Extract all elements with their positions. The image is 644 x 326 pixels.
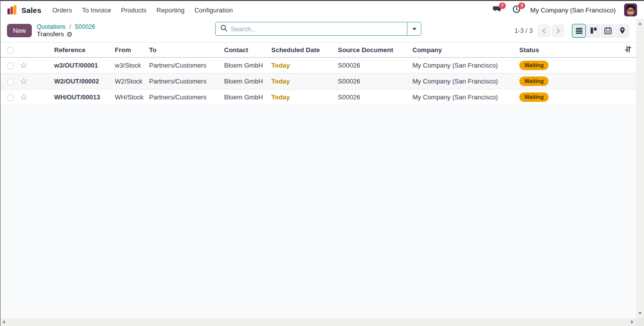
row-checkbox[interactable] <box>7 79 14 85</box>
calendar-view-button[interactable] <box>601 24 615 38</box>
cell-from[interactable]: WH/Stock <box>115 93 149 101</box>
cell-source-document[interactable]: S00026 <box>338 62 412 69</box>
cell-company[interactable]: My Company (San Francisco) <box>412 62 519 69</box>
column-header-scheduled-date[interactable]: Scheduled Date <box>271 46 338 54</box>
column-header-reference[interactable]: Reference <box>54 46 115 54</box>
favorite-star-icon[interactable]: ☆ <box>20 61 27 70</box>
messages-badge: 7 <box>499 2 506 9</box>
scrollbar-corner <box>636 318 644 326</box>
breadcrumb-sale-order[interactable]: S00026 <box>75 23 95 30</box>
cell-contact[interactable]: Bloem GmbH <box>224 93 271 101</box>
list-view-icon <box>575 27 583 34</box>
menu-configuration[interactable]: Configuration <box>194 6 233 14</box>
map-view-button[interactable] <box>615 24 629 38</box>
row-checkbox[interactable] <box>7 94 14 101</box>
status-badge: Waiting <box>519 77 549 85</box>
breadcrumb-separator: / <box>69 23 71 30</box>
app-name[interactable]: Sales <box>21 6 41 14</box>
avatar[interactable] <box>624 3 637 16</box>
breadcrumb: Quotations / S00026 Transfers ⚙︎ <box>37 23 95 38</box>
column-header-company[interactable]: Company <box>412 46 519 54</box>
table-row[interactable]: ☆ w3/OUT/00001 w3/Stock Partners/Custome… <box>0 58 636 74</box>
search-icon <box>216 24 231 34</box>
menu-reporting[interactable]: Reporting <box>157 6 184 14</box>
column-header-contact[interactable]: Contact <box>224 46 271 54</box>
search-bar <box>215 22 421 36</box>
column-header-to[interactable]: To <box>149 46 224 54</box>
activities-badge: 3 <box>518 2 525 9</box>
activities-button[interactable]: 3 <box>511 5 522 15</box>
table-row[interactable]: ☆ WH/OUT/00013 WH/Stock Partners/Custome… <box>0 89 636 105</box>
window-left-edge <box>0 0 0 326</box>
cell-scheduled-date[interactable]: Today <box>271 78 338 85</box>
main-menu: Orders To Invoice Products Reporting Con… <box>52 6 233 14</box>
breadcrumb-quotations[interactable]: Quotations <box>37 23 66 30</box>
cell-source-document[interactable]: S00026 <box>338 78 412 85</box>
list-view: Reference From To Contact Scheduled Date… <box>0 42 636 318</box>
scroll-down-arrow-icon[interactable] <box>638 312 642 315</box>
favorite-star-icon[interactable]: ☆ <box>20 77 27 86</box>
search-input[interactable] <box>231 25 407 33</box>
cell-to[interactable]: Partners/Customers <box>149 62 224 69</box>
cell-scheduled-date[interactable]: Today <box>271 62 338 69</box>
menu-to-invoice[interactable]: To Invoice <box>82 6 111 14</box>
cell-company[interactable]: My Company (San Francisco) <box>412 78 519 85</box>
cell-company[interactable]: My Company (San Francisco) <box>412 93 519 101</box>
cell-scheduled-date[interactable]: Today <box>271 93 338 101</box>
optional-columns-icon[interactable] <box>625 46 632 54</box>
cell-reference[interactable]: w3/OUT/00001 <box>54 62 115 69</box>
favorite-star-icon[interactable]: ☆ <box>20 92 27 102</box>
cell-contact[interactable]: Bloem GmbH <box>224 62 271 69</box>
pager-previous-button[interactable] <box>538 24 551 37</box>
cell-source-document[interactable]: S00026 <box>338 93 412 101</box>
status-badge: Waiting <box>519 92 549 101</box>
select-all-checkbox[interactable] <box>7 47 14 54</box>
row-checkbox[interactable] <box>7 63 14 69</box>
messages-button[interactable]: 7 <box>491 5 502 15</box>
search-dropdown-toggle[interactable] <box>407 22 421 35</box>
map-view-icon <box>619 27 626 34</box>
column-header-source-document[interactable]: Source Document <box>338 46 412 54</box>
control-panel: New Quotations / S00026 Transfers ⚙︎ 1-3… <box>0 19 636 42</box>
scroll-up-arrow-icon[interactable] <box>638 22 642 25</box>
menu-orders[interactable]: Orders <box>52 6 72 14</box>
cell-contact[interactable]: Bloem GmbH <box>224 78 271 85</box>
scroll-right-arrow-icon[interactable] <box>631 320 634 324</box>
kanban-view-icon <box>590 27 597 34</box>
pager-range: 1-3 / 3 <box>514 27 533 34</box>
cell-reference[interactable]: W2/OUT/00002 <box>54 78 115 85</box>
horizontal-scrollbar[interactable] <box>0 318 636 326</box>
pager-next-button[interactable] <box>552 24 564 37</box>
cell-to[interactable]: Partners/Customers <box>149 93 224 101</box>
kanban-view-button[interactable] <box>586 24 600 38</box>
cell-reference[interactable]: WH/OUT/00013 <box>54 93 115 101</box>
cell-from[interactable]: w3/Stock <box>115 62 149 69</box>
chevron-left-icon <box>541 27 548 34</box>
top-navbar: Sales Orders To Invoice Products Reporti… <box>0 1 644 19</box>
table-header: Reference From To Contact Scheduled Date… <box>0 42 636 58</box>
new-button[interactable]: New <box>7 24 32 37</box>
list-view-button[interactable] <box>572 24 586 38</box>
window-top-edge <box>0 0 644 1</box>
table-row[interactable]: ☆ W2/OUT/00002 W2/Stock Partners/Custome… <box>0 74 636 89</box>
column-header-from[interactable]: From <box>115 46 149 54</box>
gear-icon[interactable]: ⚙︎ <box>66 31 73 38</box>
page-title: Transfers <box>37 30 64 38</box>
cell-from[interactable]: W2/Stock <box>115 78 149 85</box>
calendar-view-icon <box>604 27 612 34</box>
column-header-status[interactable]: Status <box>519 46 616 54</box>
status-badge: Waiting <box>519 61 549 70</box>
chevron-right-icon <box>555 27 562 34</box>
odoo-sales-logo-icon[interactable] <box>7 5 17 15</box>
vertical-scrollbar[interactable] <box>636 19 644 318</box>
table-body: ☆ w3/OUT/00001 w3/Stock Partners/Custome… <box>0 58 636 105</box>
company-switcher[interactable]: My Company (San Francisco) <box>530 6 616 14</box>
cell-to[interactable]: Partners/Customers <box>149 78 224 85</box>
scroll-left-arrow-icon[interactable] <box>2 320 5 324</box>
menu-products[interactable]: Products <box>121 6 146 14</box>
chevron-down-icon <box>412 28 416 30</box>
view-switcher <box>572 24 629 38</box>
